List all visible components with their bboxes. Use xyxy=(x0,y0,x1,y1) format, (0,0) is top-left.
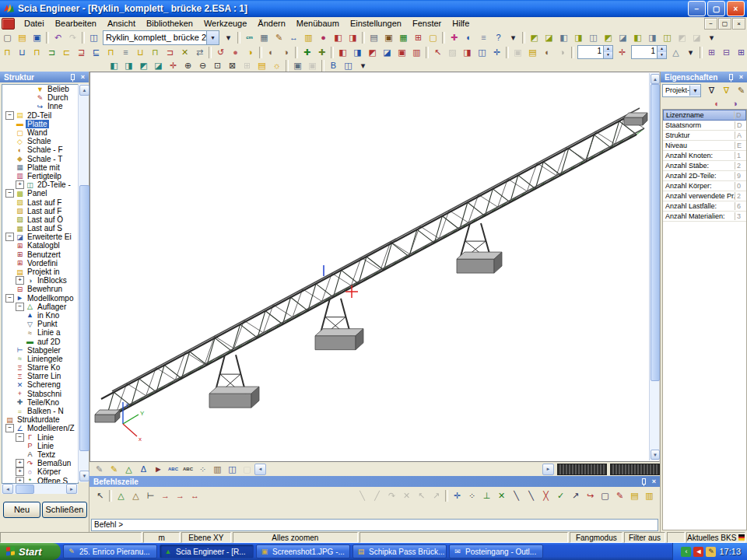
tool-icon[interactable]: ◫ xyxy=(475,46,489,59)
scroll-down-icon[interactable]: ▼ xyxy=(79,471,89,481)
dropdown-icon[interactable]: ▾ xyxy=(506,31,521,44)
tree-item-punkt[interactable]: ▽Punkt xyxy=(2,320,78,328)
scroll-down-icon[interactable]: ▼ xyxy=(651,450,660,460)
tree-item-linie[interactable]: ΡLinie xyxy=(2,442,78,450)
tool-icon[interactable]: ▨ xyxy=(445,46,460,59)
property-row[interactable]: Anzahl Materialien:3 xyxy=(663,212,746,222)
pie-icon[interactable]: ◐ xyxy=(710,97,724,110)
status-aktuelles-bks[interactable]: Aktuelles BKS xyxy=(686,532,745,543)
expand-icon[interactable]: + xyxy=(16,459,24,467)
view-parameters-icon[interactable]: ◪ xyxy=(615,31,630,44)
property-row[interactable]: Anzahl Körper:0 xyxy=(663,181,746,191)
text-display-icon[interactable]: ABC xyxy=(181,463,195,476)
select-tool-icon[interactable]: ↖ xyxy=(430,46,445,59)
tree-item-stabschni[interactable]: +Stabschni xyxy=(2,390,78,398)
task-image-icon[interactable]: ▣Screenshot1.JPG -... xyxy=(256,544,350,558)
tree-vscroll-thumb[interactable] xyxy=(79,185,89,451)
add-member-icon[interactable]: ✚ xyxy=(314,46,329,59)
label-display-icon[interactable]: ABC xyxy=(166,463,181,476)
rotate-view-icon[interactable]: ✛ xyxy=(166,59,181,72)
grid-snap-icon[interactable]: ⁘ xyxy=(465,489,479,502)
frame-window2-icon[interactable]: ◨ xyxy=(345,31,360,44)
hide-icons-chevron-icon[interactable]: ‹ xyxy=(681,547,691,557)
toolbar-scroll-right-icon[interactable]: ► xyxy=(542,464,554,475)
task-note-icon[interactable]: ✎25. Enrico Pieranu... xyxy=(63,544,157,558)
render-display-icon[interactable]: ◫ xyxy=(225,463,240,476)
menu-ansicht[interactable]: Ansicht xyxy=(102,18,141,29)
menu-bearbeiten[interactable]: Bearbeiten xyxy=(50,18,102,29)
member-tool-icon[interactable]: ⊓ xyxy=(148,46,163,59)
tree-item-in-kno[interactable]: ▲in Kno xyxy=(2,311,78,320)
hinge-icon[interactable]: △ xyxy=(128,489,143,502)
member-tool-icon[interactable]: ⊐ xyxy=(163,46,177,59)
close-panel-icon[interactable]: × xyxy=(737,73,745,82)
tree-item-modellkompo[interactable]: −►Modellkompo xyxy=(2,294,78,303)
view-parameters-icon[interactable]: ◧ xyxy=(630,31,645,44)
endpoint-snap-icon[interactable]: ╲ xyxy=(509,489,524,502)
pen-icon[interactable]: ✎ xyxy=(107,463,121,476)
member-tool-icon[interactable]: ⊓ xyxy=(30,46,44,59)
tree-item-inne[interactable]: ↪Inne xyxy=(2,102,78,110)
clipboard-icon[interactable]: ▣ xyxy=(510,46,525,59)
fe-element-icon[interactable]: ◨ xyxy=(350,46,365,59)
snap-icon[interactable]: ╲ xyxy=(355,489,370,502)
undo-icon[interactable]: ↶ xyxy=(51,31,65,44)
eraser-icon[interactable]: ✎ xyxy=(92,463,107,476)
filter-icon[interactable]: ∇ xyxy=(704,84,719,97)
menu-fenster[interactable]: Fenster xyxy=(407,18,447,29)
menu-menbaum[interactable]: Menübaum xyxy=(291,18,345,29)
zoom-in-icon[interactable]: ⊕ xyxy=(181,59,195,72)
surface-display-icon[interactable]: ▥ xyxy=(210,463,225,476)
view-direction-icon[interactable]: ◩ xyxy=(136,59,151,72)
snap-icon[interactable]: ↗ xyxy=(429,489,444,502)
donut-icon[interactable]: ● xyxy=(316,31,331,44)
status-filter-aus[interactable]: Filter aus xyxy=(624,532,665,543)
tangent-snap-icon[interactable]: ↗ xyxy=(568,489,583,502)
expand-icon[interactable]: + xyxy=(16,276,24,285)
fe-element-icon[interactable]: ▥ xyxy=(409,46,424,59)
tree-item-bewehrun[interactable]: ⊟Bewehrun xyxy=(2,285,78,293)
tree-item-körper[interactable]: +○Körper xyxy=(2,467,78,476)
docked-bar[interactable] xyxy=(610,464,660,475)
picture-icon[interactable]: ▣ xyxy=(381,31,396,44)
print-view-icon[interactable]: ▣ xyxy=(290,59,305,72)
expand-icon[interactable]: + xyxy=(16,180,24,189)
dropdown-icon[interactable]: ▾ xyxy=(704,31,719,44)
fixed-support-icon[interactable]: ⊢ xyxy=(143,489,158,502)
menu-hilfe[interactable]: Hilfe xyxy=(447,18,475,29)
tree-item-schale---t[interactable]: ◆Schale - T xyxy=(2,155,78,163)
property-row[interactable]: Anzahl verwendete Pr...2 xyxy=(663,191,746,201)
property-row[interactable]: NiveauE xyxy=(663,141,746,151)
node-icon[interactable]: ● xyxy=(228,46,243,59)
tree-item-modellieren-z[interactable]: −∠Modellieren/Z xyxy=(2,424,78,432)
tree-item-textz[interactable]: ATextz xyxy=(2,450,78,459)
scroll-right-icon[interactable]: ► xyxy=(66,484,77,494)
view-parameters-icon[interactable]: ◧ xyxy=(556,31,571,44)
tree-item-offene-s[interactable]: +*Offene S xyxy=(2,476,78,484)
snap-icon[interactable]: ╱ xyxy=(370,489,384,502)
support-display-icon[interactable]: △ xyxy=(121,463,136,476)
tree-item-projekt-in[interactable]: ▤Projekt in xyxy=(2,268,78,276)
tree-item-benutzert[interactable]: ⊞Benutzert xyxy=(2,250,78,259)
fe-element-icon[interactable]: ◩ xyxy=(365,46,380,59)
paste-icon[interactable]: ▤ xyxy=(525,46,540,59)
member-tool-icon[interactable]: ≡ xyxy=(118,46,133,59)
mdi-close-button[interactable]: × xyxy=(732,18,745,30)
tree-item-strukturdate[interactable]: ▤Strukturdate xyxy=(2,415,78,424)
view-parameters-icon[interactable]: ◫ xyxy=(660,31,675,44)
tree-item-starre-lin[interactable]: ΞStarre Lin xyxy=(2,372,78,380)
check-snap-icon[interactable]: ✓ xyxy=(553,489,568,502)
fe-element-icon[interactable]: ◧ xyxy=(335,46,350,59)
tree-item-teile-kno[interactable]: ✚Teile/Kno xyxy=(2,398,78,407)
restore-button[interactable]: ▢ xyxy=(707,1,725,16)
collapse-icon[interactable]: − xyxy=(5,111,14,120)
tray-app-icon[interactable]: ◄ xyxy=(693,547,703,557)
cross-snap-icon[interactable]: ╳ xyxy=(538,489,553,502)
member-tool-icon[interactable]: ⊏ xyxy=(59,46,74,59)
open-view-icon[interactable]: ▤ xyxy=(254,59,269,72)
support-icon[interactable]: △ xyxy=(114,489,128,502)
scroll-up-icon[interactable]: ▲ xyxy=(79,85,89,96)
print-preview-icon[interactable]: ▣ xyxy=(305,59,320,72)
save-icon[interactable]: ▣ xyxy=(30,31,44,44)
mesh-display-icon[interactable]: ⁘ xyxy=(195,463,210,476)
